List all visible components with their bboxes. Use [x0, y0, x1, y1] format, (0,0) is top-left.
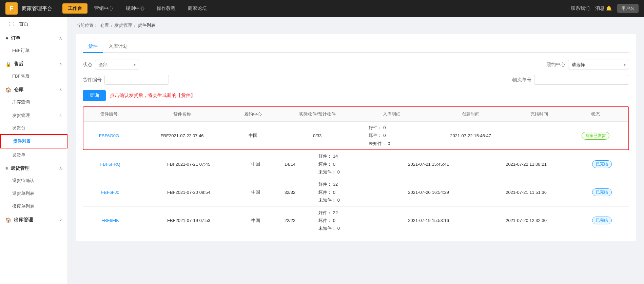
cell-inbound-1: 好件： 14 坏件： 0 未知件： 0 — [308, 150, 380, 178]
bad-label-3: 坏件： — [318, 217, 332, 224]
sidebar-section-aftersale[interactable]: 🔒 售后 ∧ — [0, 57, 67, 70]
cell-end-time-1: 2021-07-22 11:08:21 — [477, 150, 575, 178]
goods-link-2[interactable]: FBF6FJ0 — [101, 190, 119, 195]
nav-item-tutorial[interactable]: 操作教程 — [151, 3, 181, 14]
breadcrumb-sep-2: › — [134, 23, 135, 28]
sidebar-section-outbound[interactable]: 🏠 出库管理 ∨ — [0, 213, 67, 226]
unknown-value-2: 0 — [337, 196, 340, 204]
cell-status-0: 商家已发货 — [563, 122, 628, 150]
grid-icon: ⋮⋮ — [7, 21, 16, 27]
col-end-time: 完结时间 — [516, 107, 563, 122]
cell-inbound-3: 好件： 22 坏件： 0 未知件： 0 — [308, 206, 380, 235]
unknown-count-row-2: 未知件： 0 — [318, 196, 376, 204]
good-value-1: 14 — [333, 152, 338, 160]
col-actual-plan: 实际收件/预计收件 — [276, 107, 358, 122]
sidebar-item-ship-desk[interactable]: 发货台 — [0, 121, 67, 134]
chevron-up-icon: ∧ — [59, 36, 62, 41]
sidebar-return-label: 退货管理 — [11, 165, 30, 171]
brand-name: 商家管理平台 — [22, 5, 52, 12]
logistics-no-input[interactable] — [534, 75, 629, 85]
tabs: 货件 入库计划 — [83, 41, 629, 53]
cell-create-time-3: 2021-07-19 15:53:16 — [380, 206, 477, 235]
unknown-count-row-0: 未知件： 0 — [369, 140, 422, 147]
warehouse-icon: 🏠 — [5, 87, 11, 93]
order-icon: ≡ — [5, 36, 8, 41]
sidebar-item-home[interactable]: ⋮⋮ 首页 — [0, 17, 67, 31]
sidebar-aftersale-label: 售后 — [14, 61, 23, 67]
messages-link[interactable]: 消息 🔔 — [595, 5, 612, 12]
cell-goods-id-1: FBF6FRQ — [83, 150, 138, 178]
nav-right: 联系我们 消息 🔔 用户名 — [571, 4, 639, 13]
unknown-count-row-1: 未知件： 0 — [318, 168, 376, 176]
cell-actual-plan-3: 22/22 — [272, 206, 308, 235]
goods-count-0: 好件： 0 坏件： 0 未知件： 0 — [362, 124, 422, 147]
breadcrumb-warehouse: 仓库 — [100, 22, 109, 28]
tab-goods[interactable]: 货件 — [83, 41, 103, 53]
goods-count-2: 好件： 32 坏件： 0 未知件： 0 — [312, 180, 376, 204]
cell-create-time-1: 2021-07-21 15:45:41 — [380, 150, 477, 178]
goods-table-header: 货件编号 货件名称 履约中心 实际收件/预计收件 入库明细 创建时间 完结时间 … — [83, 107, 628, 149]
sidebar-item-return-pending[interactable]: 退货待确认 — [0, 174, 67, 187]
goods-link-3[interactable]: FBF6FIK — [101, 218, 119, 223]
sidebar-item-fbf-aftersale[interactable]: FBF售后 — [0, 70, 67, 83]
nav-item-rules[interactable]: 规则中心 — [120, 3, 150, 14]
unknown-value-0: 0 — [388, 140, 390, 147]
breadcrumb-prefix: 当前位置： — [76, 22, 98, 28]
breadcrumb-sep-1: › — [111, 23, 112, 28]
query-button[interactable]: 查询 — [83, 90, 106, 101]
sidebar-item-fbf-order[interactable]: FBF订单 — [0, 44, 67, 57]
sidebar-item-inventory[interactable]: 库存查询 — [0, 96, 67, 108]
col-status: 状态 — [563, 107, 628, 122]
sidebar-section-shipment[interactable]: 发货管理 ∧ — [0, 108, 67, 121]
nav-item-marketing[interactable]: 营销中心 — [89, 3, 119, 14]
col-goods-no: 货件编号 — [83, 107, 135, 122]
goods-link-0[interactable]: FBF6G0G — [99, 133, 119, 138]
sidebar-section-order[interactable]: ≡ 订单 ∧ — [0, 31, 67, 44]
col-create-time: 创建时间 — [425, 107, 516, 122]
table-row: FBF6FJ0 FBF2021-07-20 08:54 中国 32/32 好件：… — [83, 178, 629, 206]
cell-actual-plan-1: 14/14 — [272, 150, 308, 178]
sidebar-item-return-list[interactable]: 退货单列表 — [0, 187, 67, 200]
sidebar-item-ship-bill[interactable]: 发货单 — [0, 148, 67, 161]
status-select[interactable]: 全部 待处理 已完成 商家已发货 — [95, 60, 139, 69]
cell-actual-plan-2: 32/32 — [272, 178, 308, 206]
sidebar-section-return[interactable]: ≡ 退货管理 ∧ — [0, 161, 67, 174]
bad-value-1: 0 — [333, 160, 335, 168]
first-row-wrapper: 货件编号 货件名称 履约中心 实际收件/预计收件 入库明细 创建时间 完结时间 … — [83, 106, 629, 150]
good-count-row-0: 好件： 0 — [369, 124, 422, 131]
good-value-3: 22 — [333, 209, 338, 217]
bad-count-row-2: 坏件： 0 — [318, 188, 376, 196]
sidebar-section-warehouse[interactable]: 🏠 仓库 ∧ — [0, 83, 67, 96]
bad-count-row-3: 坏件： 0 — [318, 217, 376, 224]
filter-group-logistics-no: 物流单号 — [512, 75, 629, 85]
nav-item-forum[interactable]: 商家论坛 — [182, 3, 212, 14]
good-label-0: 好件： — [369, 124, 382, 131]
good-value-2: 32 — [333, 180, 338, 188]
fulfillment-center-select[interactable]: 请选择 — [568, 60, 629, 69]
unknown-count-row-3: 未知件： 0 — [318, 224, 376, 232]
sidebar-warehouse-label: 仓库 — [14, 87, 23, 93]
good-value-0: 0 — [383, 124, 386, 131]
filter-row-1: 状态 全部 待处理 已完成 商家已发货 履约中心 请选择 — [83, 60, 629, 69]
nav-item-workbench[interactable]: 工作台 — [62, 3, 87, 14]
cell-end-time-3: 2021-07-20 12:32:30 — [477, 206, 575, 235]
good-label-1: 好件： — [318, 152, 332, 160]
return-icon: ≡ — [5, 166, 8, 171]
cell-goods-id-3: FBF6FIK — [83, 206, 138, 235]
user-menu[interactable]: 用户名 — [617, 4, 639, 13]
contact-us-link[interactable]: 联系我们 — [571, 5, 590, 12]
chevron-up-icon-4: ∧ — [59, 113, 62, 118]
tab-inbound-plan[interactable]: 入库计划 — [103, 41, 133, 53]
goods-link-1[interactable]: FBF6FRQ — [100, 162, 120, 167]
cell-status-1: 已完结 — [575, 150, 629, 178]
sidebar-item-scrap-list[interactable]: 报废单列表 — [0, 200, 67, 213]
good-label-3: 好件： — [318, 209, 332, 217]
good-count-row-1: 好件： 14 — [318, 152, 376, 160]
chevron-up-icon-2: ∧ — [59, 62, 62, 66]
cell-inbound-2: 好件： 32 坏件： 0 未知件： 0 — [308, 178, 380, 206]
cell-status-2: 已完结 — [575, 178, 629, 206]
bad-value-3: 0 — [333, 217, 335, 224]
sidebar-item-goods-list[interactable]: 货件列表 — [0, 134, 67, 148]
goods-no-input[interactable] — [104, 75, 169, 85]
bad-count-row-1: 坏件： 0 — [318, 160, 376, 168]
